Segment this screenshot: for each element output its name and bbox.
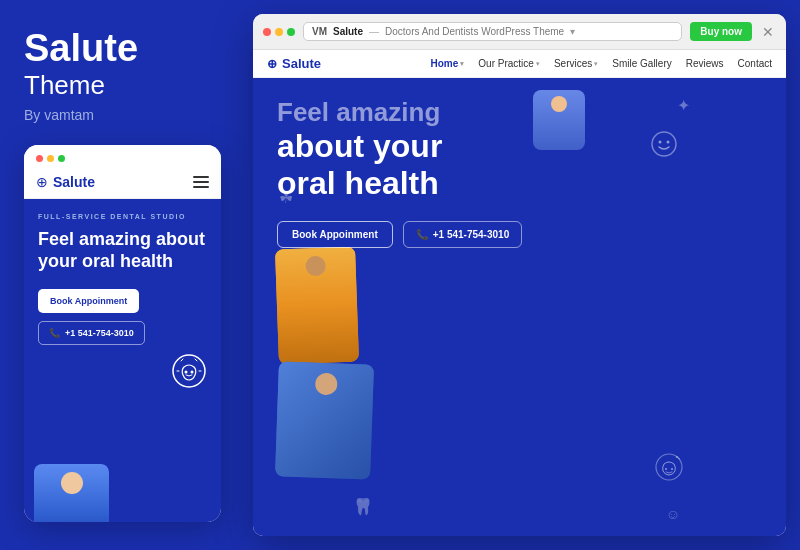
browser-chrome: VM Salute — Doctors And Dentists WordPre… <box>253 14 786 50</box>
nav-contact-label: Contact <box>738 58 772 69</box>
mobile-hero-content: Full-Service Dental Studio Feel amazing … <box>24 199 221 459</box>
buy-now-button[interactable]: Buy now <box>690 22 752 41</box>
browser-window: VM Salute — Doctors And Dentists WordPre… <box>253 14 786 536</box>
nav-link-contact[interactable]: Contact <box>738 58 772 69</box>
brand-title: Salute <box>24 28 221 70</box>
brand-theme: Theme <box>24 70 221 101</box>
nav-link-our-practice[interactable]: Our Practice ▾ <box>478 58 540 69</box>
site-logo-text: Salute <box>282 56 321 71</box>
tooth-mascot-icon <box>171 353 207 389</box>
tooth-star-deco <box>654 452 684 486</box>
ham-line-3 <box>193 186 209 188</box>
hero-headline: Feel amazing about youroral health <box>277 98 557 201</box>
browser-dot-red <box>263 28 271 36</box>
floating-portrait-mid <box>275 247 359 365</box>
mobile-book-button[interactable]: Book Appoinment <box>38 289 139 313</box>
site-hero-section: Feel amazing about youroral health Book … <box>253 78 786 536</box>
address-dropdown-arrow[interactable]: ▾ <box>570 26 575 37</box>
hero-headline-main: about youroral health <box>277 128 557 202</box>
hero-phone-number: +1 541-754-3010 <box>433 229 509 240</box>
svg-point-3 <box>652 132 676 156</box>
svg-point-5 <box>667 141 670 144</box>
browser-dot-green <box>287 28 295 36</box>
hero-cta-buttons: Book Appoinment 📞 +1 541-754-3010 <box>277 221 762 248</box>
mobile-headline: Feel amazing about your oral health <box>38 228 207 273</box>
floating-portrait-right <box>275 362 374 480</box>
mobile-logo-text: Salute <box>53 174 95 190</box>
site-logo: ⊕ Salute <box>267 56 321 71</box>
hero-book-button[interactable]: Book Appoinment <box>277 221 393 248</box>
mobile-service-tag: Full-Service Dental Studio <box>38 213 207 220</box>
nav-services-label: Services <box>554 58 592 69</box>
portrait-right-head <box>314 373 337 396</box>
nav-practice-label: Our Practice <box>478 58 534 69</box>
nav-services-arrow: ▾ <box>594 60 598 68</box>
deco-tooth-icon: 🦷 <box>353 497 373 516</box>
vamtam-logo-icon: VM <box>312 26 327 37</box>
mobile-dot-yellow <box>47 155 54 162</box>
site-globe-icon: ⊕ <box>267 57 277 71</box>
right-panel: VM Salute — Doctors And Dentists WordPre… <box>245 0 800 550</box>
site-navigation: ⊕ Salute Home ▾ Our Practice ▾ Services … <box>253 50 786 78</box>
svg-point-1 <box>185 370 188 373</box>
nav-practice-arrow: ▾ <box>536 60 540 68</box>
browser-dot-yellow <box>275 28 283 36</box>
mobile-dot-red <box>36 155 43 162</box>
nav-gallery-label: Smile Gallery <box>612 58 671 69</box>
ham-line-2 <box>193 181 209 183</box>
address-site-name: Salute <box>333 26 363 37</box>
ham-line-1 <box>193 176 209 178</box>
mobile-top-bar <box>24 145 221 168</box>
nav-link-reviews[interactable]: Reviews <box>686 58 724 69</box>
nav-link-smile-gallery[interactable]: Smile Gallery <box>612 58 671 69</box>
mobile-dot-green <box>58 155 65 162</box>
portrait-mid-head <box>305 256 326 277</box>
address-description: Doctors And Dentists WordPress Theme <box>385 26 564 37</box>
browser-close-button[interactable]: ✕ <box>760 24 776 40</box>
nav-home-arrow: ▾ <box>460 60 464 68</box>
mobile-phone-button[interactable]: 📞 +1 541-754-3010 <box>38 321 145 345</box>
svg-point-7 <box>665 468 667 470</box>
mobile-mockup: ⊕ Salute Full-Service Dental Studio Feel… <box>24 145 221 522</box>
browser-window-controls <box>263 28 295 36</box>
nav-reviews-label: Reviews <box>686 58 724 69</box>
mobile-logo: ⊕ Salute <box>36 174 95 190</box>
floating-smile-deco <box>650 130 678 164</box>
nav-link-services[interactable]: Services ▾ <box>554 58 598 69</box>
mobile-person-image <box>34 464 109 522</box>
mobile-bottom-image: 🦷 <box>24 459 221 522</box>
mobile-phone-number: +1 541-754-3010 <box>65 328 134 338</box>
mobile-hamburger-menu[interactable] <box>193 176 209 188</box>
hero-headline-partial: Feel amazing <box>277 98 557 128</box>
svg-point-2 <box>191 370 194 373</box>
address-separator: — <box>369 26 379 37</box>
hero-phone-button[interactable]: 📞 +1 541-754-3010 <box>403 221 522 248</box>
nav-link-home[interactable]: Home ▾ <box>431 58 465 69</box>
nav-home-label: Home <box>431 58 459 69</box>
nav-links-container: Home ▾ Our Practice ▾ Services ▾ Smile G… <box>431 58 772 69</box>
phone-icon: 📞 <box>49 328 60 338</box>
svg-point-4 <box>659 141 662 144</box>
deco-star-icon: ✦ <box>677 96 690 115</box>
browser-address-bar[interactable]: VM Salute — Doctors And Dentists WordPre… <box>303 22 682 41</box>
left-panel: Salute Theme By vamtam ⊕ Salute <box>0 0 245 550</box>
deco-smile-icon: ☺ <box>666 506 680 522</box>
mobile-globe-icon: ⊕ <box>36 174 48 190</box>
person-silhouette <box>34 464 109 522</box>
mobile-window-dots <box>36 155 65 162</box>
mobile-cta-buttons: Book Appoinment 📞 +1 541-754-3010 <box>38 289 207 345</box>
mobile-nav: ⊕ Salute <box>24 168 221 199</box>
brand-by: By vamtam <box>24 107 221 123</box>
hero-phone-icon: 📞 <box>416 229 428 240</box>
svg-point-8 <box>671 468 673 470</box>
